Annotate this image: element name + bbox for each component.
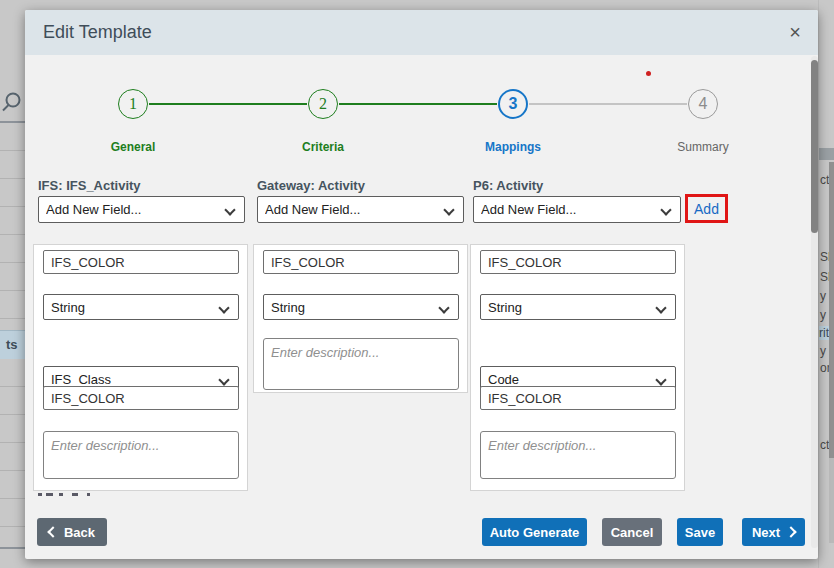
background-row-label: ts [0,337,18,352]
description-textarea[interactable] [263,338,459,390]
background-text-fragment: y [820,344,826,358]
step-label-mappings: Mappings [443,140,583,154]
step-label-summary: Summary [633,140,773,154]
background-text-fragment: y [820,308,826,322]
column-header-p6: P6: Activity [473,178,543,193]
screen: ts cti Sh Sh y y rit y on cti Edit Templ… [0,0,834,568]
description-textarea[interactable] [43,431,239,479]
add-new-field-select-gateway[interactable]: Add New Field... [258,197,463,222]
background-selected-row: ts [0,330,25,359]
close-icon[interactable]: × [784,21,806,43]
mapped-field-input[interactable] [43,386,239,410]
background-scrollbar[interactable] [829,162,834,458]
divider [0,121,25,123]
background-left-strip: ts [0,0,25,568]
search-icon [0,90,25,115]
mapped-field-input[interactable] [480,386,676,410]
background-text-fragment: y [820,289,826,303]
dialog-header: Edit Template × [25,10,818,55]
background-table-header-edge [819,148,834,160]
mapping-card-p6: String Code [470,244,685,491]
step-circle-criteria[interactable]: 2 [308,89,338,119]
save-button[interactable]: Save [677,518,723,546]
dialog-scrollbar-thumb[interactable] [811,60,818,233]
field-name-input[interactable] [263,250,459,274]
step-connector [339,103,497,105]
step-circle-general[interactable]: 1 [118,89,148,119]
add-new-field-select-ifs[interactable]: Add New Field... [39,197,244,222]
edit-template-dialog: Edit Template × 1 2 3 4 General Criteria… [25,10,818,559]
auto-generate-button[interactable]: Auto Generate [482,518,587,546]
add-button[interactable]: Add [694,201,719,217]
data-type-select[interactable]: String [44,295,238,319]
chevron-left-icon [47,526,58,537]
column-header-gateway: Gateway: Activity [257,178,365,193]
step-label-criteria: Criteria [253,140,393,154]
mapping-card-ifs: String IFS_Class [33,244,248,491]
step-circle-summary[interactable]: 4 [688,89,718,119]
dialog-title: Edit Template [43,10,152,55]
field-name-input[interactable] [43,250,239,274]
step-circle-mappings[interactable]: 3 [498,89,528,119]
data-type-select[interactable]: String [481,295,675,319]
data-type-select[interactable]: String [264,295,458,319]
step-label-general: General [63,140,203,154]
description-textarea[interactable] [480,431,676,479]
step-connector [149,103,307,105]
add-button-highlight: Add [685,194,728,223]
red-dot-marker [646,71,651,76]
step-connector [529,103,687,105]
cancel-button[interactable]: Cancel [602,518,662,546]
background-right-strip: cti Sh Sh y y rit y on cti [818,0,834,568]
mapping-card-gateway: String [253,244,468,393]
add-new-field-select-p6[interactable]: Add New Field... [474,197,680,222]
next-button[interactable]: Next [742,518,805,546]
back-button[interactable]: Back [37,518,107,546]
column-header-ifs: IFS: IFS_Activity [38,178,141,193]
chevron-right-icon [785,526,796,537]
field-name-input[interactable] [480,250,676,274]
